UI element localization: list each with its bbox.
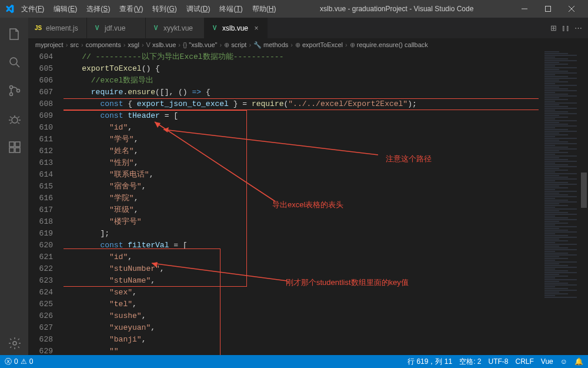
svg-rect-9 [15, 142, 20, 147]
menu-s[interactable]: 选择(S) [82, 2, 115, 16]
breadcrumb-item[interactable]: components [86, 41, 121, 48]
svg-point-10 [13, 342, 16, 345]
menu-f[interactable]: 文件(F) [16, 2, 49, 16]
code-line[interactable]: "id", [64, 251, 539, 263]
tab-jdf-vue[interactable]: Vjdf.vue [87, 18, 146, 38]
menu-h[interactable]: 帮助(H) [248, 2, 281, 16]
code-line[interactable]: "性别", [64, 157, 539, 169]
code-line[interactable]: ]; [64, 228, 539, 240]
status-lang[interactable]: Vue [541, 357, 553, 366]
code-line[interactable]: // ----------以下为导出Excel数据功能----------- [64, 51, 539, 63]
code-line[interactable]: "sex", [64, 287, 539, 299]
menu-t[interactable]: 终端(T) [215, 2, 247, 16]
debug-icon[interactable] [0, 107, 28, 131]
svg-rect-0 [546, 6, 551, 12]
line-number-gutter: 6046056066076086096106116126136146156166… [28, 51, 64, 355]
window-controls [513, 1, 583, 17]
more-actions-icon[interactable]: ⋯ [574, 24, 582, 32]
code-line[interactable]: "tel", [64, 299, 539, 310]
breadcrumb-item[interactable]: 🔧methods [253, 41, 288, 49]
compare-changes-icon[interactable]: ⊞ [550, 24, 557, 32]
code-line[interactable]: exportToExcel() { [64, 63, 539, 75]
breadcrumb-item[interactable]: ⊕require.ensure() callback [350, 41, 428, 49]
code-line[interactable]: "学号", [64, 134, 539, 145]
status-eol[interactable]: CRLF [515, 357, 533, 366]
app-menu: 文件(F)编辑(E)选择(S)查看(V)转到(G)调试(D)终端(T)帮助(H) [16, 2, 280, 16]
error-icon: ⓧ [5, 357, 12, 367]
code-line[interactable]: const filterVal = [ [64, 240, 539, 251]
settings-icon[interactable] [0, 331, 28, 355]
menu-d[interactable]: 调试(D) [182, 2, 215, 16]
code-line[interactable]: const tHeader = [ [64, 110, 539, 122]
search-icon[interactable] [0, 51, 28, 74]
file-icon: V [93, 24, 101, 32]
code-line[interactable]: "sushe", [64, 310, 539, 322]
breadcrumb-item[interactable]: ⊕exportToExcel [295, 41, 343, 49]
code-line[interactable]: "stuNumber", [64, 263, 539, 275]
code-line[interactable]: //excel数据导出 [64, 75, 539, 87]
code-line[interactable]: "xueyuan", [64, 322, 539, 334]
code-line[interactable]: "姓名", [64, 145, 539, 157]
tab-label: xslb.vue [222, 24, 248, 32]
code-line[interactable]: "班级", [64, 204, 539, 216]
code-line[interactable]: "stuName", [64, 275, 539, 287]
breadcrumb-item[interactable]: ⊕script [224, 41, 246, 49]
breadcrumb[interactable]: myproject›src›components›xsgl›Vxslb.vue›… [28, 38, 588, 51]
code-line[interactable]: const { export_json_to_excel } = require… [64, 98, 539, 110]
extensions-icon[interactable] [0, 135, 28, 159]
explorer-icon[interactable] [0, 22, 28, 46]
code-line[interactable]: "" [64, 346, 539, 355]
titlebar: 文件(F)编辑(E)选择(S)查看(V)转到(G)调试(D)终端(T)帮助(H)… [0, 0, 588, 18]
status-errors[interactable]: ⓧ0 ⚠0 [5, 357, 33, 367]
code-editor[interactable]: 6046056066076086096106116126136146156166… [28, 51, 588, 355]
tab-element-js[interactable]: JSelement.js [28, 18, 87, 38]
svg-point-1 [10, 58, 17, 65]
breadcrumb-item[interactable]: myproject [35, 41, 64, 48]
warning-icon: ⚠ [21, 357, 27, 366]
svg-point-5 [12, 117, 18, 123]
window-title: xslb.vue - graduationProject - Visual St… [283, 5, 510, 13]
svg-point-2 [10, 86, 13, 89]
status-spaces[interactable]: 空格: 2 [459, 357, 481, 367]
close-icon[interactable]: × [252, 24, 261, 33]
status-ln-col[interactable]: 行 619，列 11 [407, 357, 452, 367]
tab-label: jdf.vue [105, 24, 125, 32]
status-encoding[interactable]: UTF-8 [488, 357, 508, 366]
svg-point-3 [10, 93, 13, 96]
svg-rect-6 [9, 142, 14, 147]
menu-g[interactable]: 转到(G) [148, 2, 181, 16]
code-line[interactable]: "联系电话", [64, 169, 539, 181]
code-line[interactable]: "banji", [64, 334, 539, 346]
code-line[interactable]: "id", [64, 122, 539, 134]
minimap[interactable] [539, 51, 580, 355]
vscode-logo-icon [5, 4, 14, 14]
status-bell-icon[interactable]: 🔔 [574, 357, 583, 366]
breadcrumb-item[interactable]: xsgl [128, 41, 139, 48]
breadcrumb-item[interactable]: Vxslb.vue [146, 41, 176, 48]
source-control-icon[interactable] [0, 79, 28, 102]
tab-xslb-vue[interactable]: Vxslb.vue× [205, 18, 268, 38]
close-button[interactable] [560, 1, 583, 17]
minimize-button[interactable] [513, 1, 536, 17]
svg-point-4 [17, 89, 20, 92]
file-icon: V [211, 24, 219, 32]
maximize-button[interactable] [536, 1, 560, 17]
code-line[interactable]: "学院", [64, 193, 539, 204]
code-line[interactable]: "宿舍号", [64, 181, 539, 193]
vertical-scrollbar[interactable] [580, 51, 588, 355]
split-editor-icon[interactable]: ⫿⫿ [562, 24, 570, 32]
breadcrumb-item[interactable]: src [70, 41, 79, 48]
svg-rect-8 [15, 148, 20, 152]
editor-content[interactable]: 注意这个路径 导出excel表格的表头 刚才那个studentlist数组里面的… [64, 51, 539, 355]
breadcrumb-item[interactable]: {}"xslb.vue" [183, 41, 218, 48]
status-feedback-icon[interactable]: ☺ [560, 357, 567, 366]
tab-xyykt-vue[interactable]: Vxyykt.vue [146, 18, 205, 38]
menu-v[interactable]: 查看(V) [115, 2, 148, 16]
editor-tabs: JSelement.jsVjdf.vueVxyykt.vueVxslb.vue×… [28, 18, 588, 38]
menu-e[interactable]: 编辑(E) [49, 2, 82, 16]
code-line[interactable]: require.ensure([], () => { [64, 87, 539, 98]
tab-label: xyykt.vue [163, 24, 193, 32]
svg-rect-7 [9, 148, 14, 152]
code-line[interactable]: "楼宇号" [64, 216, 539, 228]
file-icon: JS [34, 24, 42, 32]
